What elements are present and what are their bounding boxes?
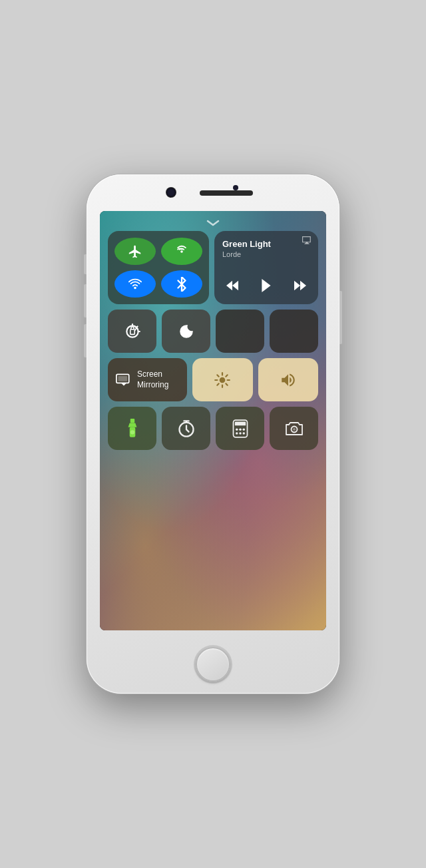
svg-line-18 (218, 383, 219, 385)
svg-line-19 (226, 375, 228, 376)
svg-line-17 (226, 383, 228, 385)
music-info: Green Light Lorde (222, 239, 310, 258)
svg-point-32 (236, 432, 238, 435)
calculator-tile[interactable] (216, 407, 264, 450)
camera-tile[interactable] (270, 407, 318, 450)
forward-button[interactable] (293, 280, 308, 295)
cellular-button[interactable] (161, 238, 202, 265)
rewind-button[interactable] (225, 280, 240, 295)
power-button[interactable] (339, 291, 342, 344)
row-apps (108, 407, 318, 450)
svg-rect-28 (234, 421, 245, 425)
screen-mirroring-icon (116, 373, 132, 387)
svg-rect-10 (118, 376, 127, 381)
front-camera (166, 188, 176, 197)
volume-up-button[interactable] (84, 284, 87, 318)
wifi-button[interactable] (114, 270, 156, 298)
svg-point-33 (239, 432, 242, 435)
screen-mirroring-label: ScreenMirroring (137, 369, 168, 390)
svg-point-11 (220, 377, 226, 383)
svg-point-0 (180, 250, 183, 253)
control-center: Green Light Lorde (108, 231, 318, 622)
svg-point-1 (134, 286, 136, 289)
svg-marker-21 (128, 423, 136, 427)
mute-switch[interactable] (84, 254, 87, 274)
svg-point-36 (293, 428, 296, 431)
svg-line-16 (218, 375, 219, 376)
do-not-disturb-tile[interactable] (162, 310, 210, 353)
row-mirroring-sliders: ScreenMirroring (108, 358, 318, 401)
tile-empty-1[interactable] (216, 310, 264, 353)
svg-point-34 (242, 432, 245, 435)
svg-marker-2 (226, 281, 232, 290)
pull-down-chevron[interactable] (205, 219, 221, 227)
svg-marker-3 (232, 281, 238, 290)
music-artist: Lorde (222, 250, 310, 258)
volume-icon (280, 371, 297, 389)
airplay-icon (302, 236, 312, 248)
music-tile[interactable]: Green Light Lorde (214, 231, 318, 304)
brightness-tile[interactable] (192, 358, 252, 401)
timer-tile[interactable] (162, 407, 210, 450)
row-network-music: Green Light Lorde (108, 231, 318, 304)
network-tile[interactable] (108, 231, 209, 304)
row-utilities (108, 310, 318, 353)
svg-rect-20 (130, 419, 134, 423)
phone-body: Green Light Lorde (87, 174, 339, 694)
airplane-mode-button[interactable] (114, 238, 156, 265)
svg-point-31 (242, 428, 245, 431)
bluetooth-button[interactable] (161, 270, 202, 298)
screen-mirroring-tile[interactable]: ScreenMirroring (108, 358, 187, 401)
screen[interactable]: Green Light Lorde (100, 211, 326, 630)
flashlight-tile[interactable] (108, 407, 156, 450)
screen-background: Green Light Lorde (100, 211, 326, 630)
speaker-grille (200, 190, 253, 196)
svg-rect-8 (130, 329, 134, 334)
svg-point-23 (130, 430, 134, 434)
home-button[interactable] (196, 647, 230, 682)
proximity-sensor (233, 185, 238, 190)
volume-down-button[interactable] (84, 324, 87, 357)
lock-rotation-tile[interactable] (108, 310, 156, 353)
brightness-icon (214, 371, 231, 389)
music-title: Green Light (222, 239, 310, 249)
svg-marker-5 (294, 281, 300, 290)
svg-point-30 (239, 428, 242, 431)
tile-empty-2[interactable] (270, 310, 318, 353)
play-button[interactable] (260, 278, 272, 296)
svg-point-29 (236, 428, 238, 431)
svg-marker-6 (300, 281, 306, 290)
svg-marker-4 (262, 279, 270, 292)
music-controls (222, 278, 310, 296)
volume-tile[interactable] (258, 358, 318, 401)
